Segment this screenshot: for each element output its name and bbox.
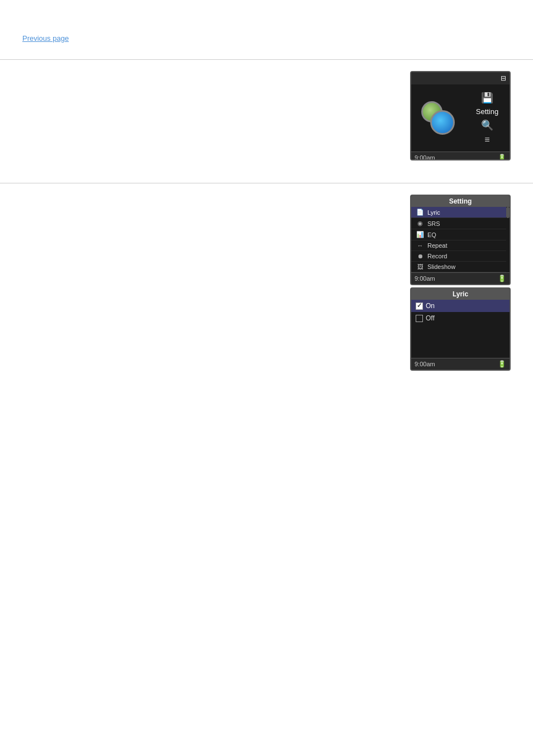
srs-icon: ◉ — [416, 220, 425, 227]
lyric-option-on[interactable]: On — [411, 300, 510, 312]
screen1-time: 9:00am — [415, 154, 435, 160]
device-screen-2: Setting 📄 Lyric ◉ SRS 📊 EQ — [410, 195, 511, 285]
screens-column: Setting 📄 Lyric ◉ SRS 📊 EQ — [410, 195, 511, 371]
screen3-battery-icon: 🔋 — [498, 360, 506, 368]
screen3-time: 9:00am — [415, 361, 435, 367]
save-icon: 💾 — [481, 92, 493, 104]
lyric-off-label: Off — [426, 314, 435, 322]
lyric-icon: 📄 — [416, 209, 425, 216]
screen1-left — [411, 84, 465, 152]
menu-item-repeat[interactable]: ↔ Repeat — [411, 240, 506, 251]
menu-item-eq[interactable]: 📊 EQ — [411, 229, 506, 240]
gear-blue-icon — [430, 110, 455, 135]
lyric-on-label: On — [426, 302, 435, 310]
screen2-title: Setting — [411, 196, 510, 207]
menu-label-eq: EQ — [427, 231, 436, 238]
device-screen-1: ⊟ 💾 Setting 🔍 ≡ 9:00am 🔋 — [410, 71, 511, 160]
menu-label-record: Record — [427, 253, 447, 259]
menu-item-lyric[interactable]: 📄 Lyric — [411, 207, 506, 218]
screen3-spacer — [411, 324, 510, 358]
section-2: Setting 📄 Lyric ◉ SRS 📊 EQ — [0, 183, 533, 388]
scrollbar[interactable] — [506, 207, 510, 218]
gear-icon — [421, 101, 455, 135]
record-icon: ⏺ — [416, 253, 425, 259]
screen1-battery-icon: 🔋 — [498, 154, 506, 160]
section-1: ⊟ 💾 Setting 🔍 ≡ 9:00am 🔋 — [0, 59, 533, 177]
menu-label-slideshow: Slideshow — [427, 263, 455, 270]
search-icon: 🔍 — [481, 119, 493, 131]
screen2-time: 9:00am — [415, 275, 435, 282]
repeat-icon: ↔ — [416, 242, 425, 249]
header-menu-icon: ⊟ — [501, 74, 506, 82]
eq-icon: 📊 — [416, 231, 425, 238]
screen3-title: Lyric — [411, 289, 510, 300]
top-link-area: Previous page — [0, 0, 533, 48]
screen2-scroll-area: 📄 Lyric ◉ SRS 📊 EQ ↔ Repeat — [411, 207, 510, 272]
menu-label-repeat: Repeat — [427, 242, 447, 249]
checkbox-off — [416, 315, 423, 322]
screen1-header: ⊟ — [411, 72, 510, 84]
screen1-body: 💾 Setting 🔍 ≡ — [411, 84, 510, 152]
list-icon: ≡ — [484, 135, 489, 145]
menu-label-srs: SRS — [427, 220, 440, 227]
screen1-footer: 9:00am 🔋 — [411, 152, 510, 160]
device-screen-3: Lyric On Off 9:00am 🔋 — [410, 287, 511, 371]
screen2-menu-items: 📄 Lyric ◉ SRS 📊 EQ ↔ Repeat — [411, 207, 506, 272]
lyric-option-off[interactable]: Off — [411, 312, 510, 324]
menu-label-lyric: Lyric — [427, 209, 440, 216]
screen2-footer: 9:00am 🔋 — [411, 272, 510, 284]
screen1-right: 💾 Setting 🔍 ≡ — [465, 84, 510, 152]
screen2-battery-icon: 🔋 — [498, 275, 506, 282]
previous-page-link[interactable]: Previous page — [22, 34, 69, 42]
setting-label: Setting — [476, 107, 498, 116]
screen3-footer: 9:00am 🔋 — [411, 358, 510, 370]
slideshow-icon: 🖼 — [416, 263, 425, 270]
menu-item-record[interactable]: ⏺ Record — [411, 251, 506, 262]
checkbox-on — [416, 303, 423, 310]
menu-item-srs[interactable]: ◉ SRS — [411, 218, 506, 229]
menu-item-slideshow[interactable]: 🖼 Slideshow — [411, 262, 506, 272]
